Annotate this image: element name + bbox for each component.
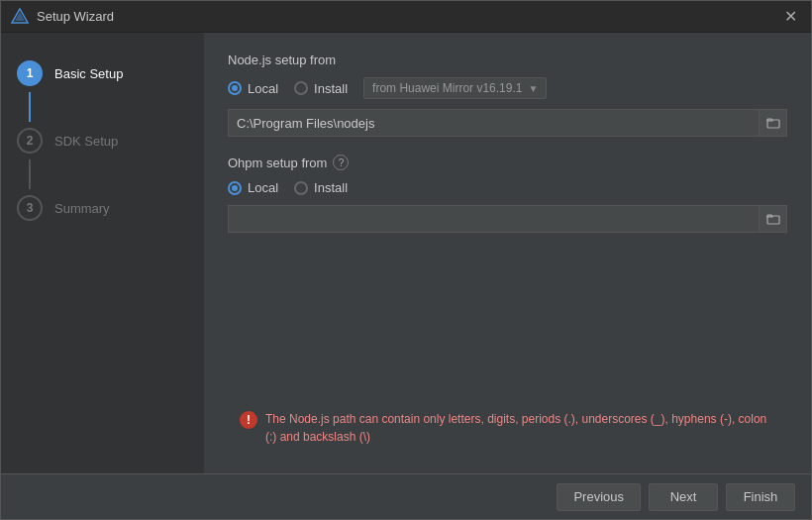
ohpm-section-title: Ohpm setup from bbox=[228, 156, 327, 170]
ohpm-install-radio[interactable] bbox=[294, 181, 308, 195]
error-message: The Node.js path can contain only letter… bbox=[265, 410, 775, 446]
step-3-circle: 3 bbox=[17, 195, 43, 221]
next-button[interactable]: Next bbox=[649, 483, 718, 511]
ohpm-help-icon[interactable]: ? bbox=[333, 155, 349, 170]
ohpm-path-row bbox=[228, 205, 787, 233]
connector-1-2 bbox=[29, 92, 31, 122]
step-2-label: SDK Setup bbox=[54, 134, 118, 149]
error-banner: ! The Node.js path can contain only lett… bbox=[228, 401, 787, 454]
nodejs-radio-group: Local Install from Huawei Mirror v16.19.… bbox=[228, 77, 787, 99]
ohpm-install-label: Install bbox=[314, 180, 348, 195]
step-3-label: Summary bbox=[54, 201, 110, 216]
step-2-circle: 2 bbox=[17, 128, 43, 154]
close-button[interactable]: ✕ bbox=[780, 7, 801, 26]
nodejs-local-radio[interactable] bbox=[228, 81, 242, 95]
nodejs-mirror-dropdown[interactable]: from Huawei Mirror v16.19.1 ▼ bbox=[363, 77, 547, 99]
step-1-item[interactable]: 1 Basic Setup bbox=[1, 52, 204, 94]
nodejs-local-option[interactable]: Local bbox=[228, 81, 278, 96]
connector-2-3 bbox=[29, 159, 31, 189]
footer: Previous Next Finish bbox=[1, 473, 811, 519]
window-title: Setup Wizard bbox=[37, 9, 780, 24]
finish-button[interactable]: Finish bbox=[726, 483, 795, 511]
spacer bbox=[228, 251, 787, 401]
nodejs-section-title: Node.js setup from bbox=[228, 52, 787, 67]
ohpm-local-radio[interactable] bbox=[228, 181, 242, 195]
nodejs-path-row bbox=[228, 109, 787, 137]
nodejs-install-label: Install bbox=[314, 81, 348, 96]
nodejs-browse-button[interactable] bbox=[760, 109, 787, 137]
ohpm-local-option[interactable]: Local bbox=[228, 180, 278, 195]
folder-icon-ohpm bbox=[766, 212, 780, 226]
ohpm-browse-button[interactable] bbox=[760, 205, 787, 233]
step-3-item[interactable]: 3 Summary bbox=[1, 187, 204, 229]
step-1-label: Basic Setup bbox=[54, 66, 123, 81]
previous-button[interactable]: Previous bbox=[557, 483, 641, 511]
main-content: 1 Basic Setup 2 SDK Setup 3 Summary bbox=[1, 33, 811, 473]
content-area: Node.js setup from Local Install from Hu… bbox=[204, 33, 811, 473]
folder-icon bbox=[766, 116, 780, 130]
nodejs-install-radio[interactable] bbox=[294, 81, 308, 95]
nodejs-local-label: Local bbox=[248, 81, 278, 96]
nodejs-install-option[interactable]: Install bbox=[294, 81, 348, 96]
ohpm-section: Ohpm setup from ? bbox=[228, 155, 787, 170]
ohpm-radio-group: Local Install bbox=[228, 180, 787, 195]
setup-wizard-window: Setup Wizard ✕ 1 Basic Setup 2 SDK Setup bbox=[0, 0, 812, 520]
nodejs-path-input[interactable] bbox=[228, 109, 760, 137]
step-2-item[interactable]: 2 SDK Setup bbox=[1, 120, 204, 161]
dropdown-arrow-icon: ▼ bbox=[528, 83, 538, 94]
ohpm-path-input[interactable] bbox=[228, 205, 760, 233]
nodejs-dropdown-value: from Huawei Mirror v16.19.1 bbox=[372, 81, 522, 95]
app-logo-icon bbox=[11, 8, 29, 26]
ohpm-install-option[interactable]: Install bbox=[294, 180, 348, 195]
step-1-circle: 1 bbox=[17, 60, 43, 86]
titlebar: Setup Wizard ✕ bbox=[1, 1, 811, 33]
sidebar: 1 Basic Setup 2 SDK Setup 3 Summary bbox=[1, 33, 204, 473]
error-icon: ! bbox=[240, 411, 257, 429]
ohpm-local-label: Local bbox=[248, 180, 278, 195]
